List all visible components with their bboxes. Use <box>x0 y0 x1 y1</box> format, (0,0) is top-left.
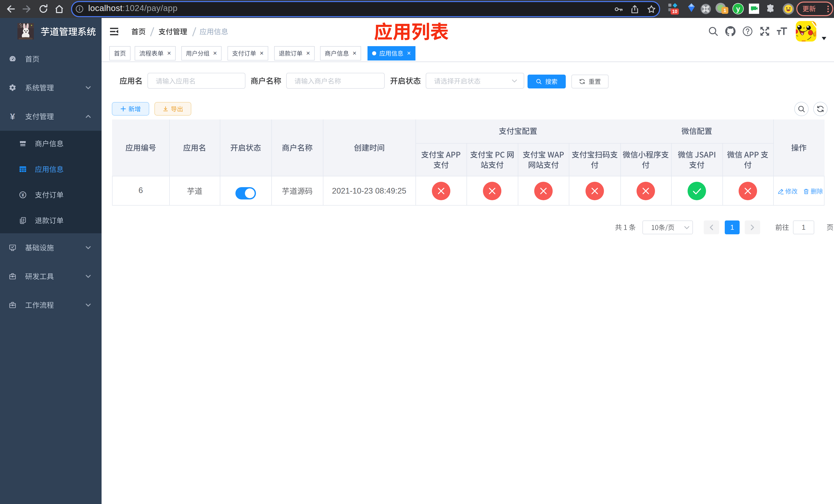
svg-text:y: y <box>736 5 740 13</box>
svg-text:¥: ¥ <box>22 192 24 198</box>
svg-text:¥: ¥ <box>10 113 15 120</box>
